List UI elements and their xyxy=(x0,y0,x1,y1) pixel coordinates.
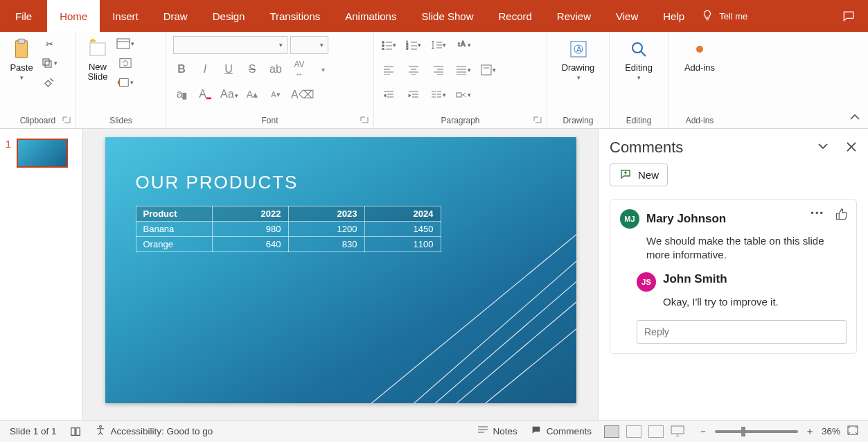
collapse-ribbon-button[interactable] xyxy=(849,112,861,124)
group-label-drawing: Drawing xyxy=(554,113,602,128)
dec-indent-icon xyxy=(383,90,394,100)
zoom-slider[interactable] xyxy=(715,430,798,433)
decorative-lines xyxy=(355,223,576,403)
tab-design[interactable]: Design xyxy=(200,0,258,32)
copy-button[interactable]: ▾ xyxy=(40,55,58,71)
tab-slideshow[interactable]: Slide Show xyxy=(409,0,486,32)
menu-bar: File Home Insert Draw Design Transitions… xyxy=(0,0,868,32)
italic-button[interactable]: I xyxy=(197,63,213,76)
cut-button[interactable]: ✂ xyxy=(40,36,58,51)
tab-animations[interactable]: Animations xyxy=(333,0,409,32)
line-spacing-button[interactable]: ▾ xyxy=(431,38,446,52)
new-slide-button[interactable]: New Slide xyxy=(83,36,112,84)
notes-button[interactable]: Notes xyxy=(477,425,517,437)
shrink-font-button[interactable]: A▾ xyxy=(267,90,284,99)
align-text-button[interactable]: ▾ xyxy=(481,63,496,77)
comments-close-button[interactable] xyxy=(846,141,857,154)
svg-line-65 xyxy=(403,258,576,403)
clear-format-button[interactable]: A⌫ xyxy=(291,88,308,101)
grow-font-button[interactable]: A▴ xyxy=(244,89,260,100)
spellcheck-button[interactable] xyxy=(69,426,82,437)
svg-rect-2 xyxy=(45,61,51,67)
font-dialog-launcher[interactable] xyxy=(360,116,369,125)
layout-button[interactable]: ▾ xyxy=(116,36,134,51)
tab-help[interactable]: Help xyxy=(650,0,697,32)
slide-canvas-area[interactable]: OUR PRODUCTS Product 2022 2023 2024 Bana… xyxy=(83,129,598,420)
clipboard-dialog-launcher[interactable] xyxy=(62,116,71,125)
drawing-button[interactable]: A Drawing ▾ xyxy=(559,36,598,82)
reply-input[interactable]: Reply xyxy=(637,320,847,344)
th-2024: 2024 xyxy=(364,206,441,222)
justify-button[interactable]: ▾ xyxy=(456,63,471,77)
paste-button[interactable]: Paste ▾ xyxy=(7,36,36,82)
new-comment-button[interactable]: New xyxy=(610,163,668,186)
text-direction-button[interactable]: ↕A▾ xyxy=(456,38,471,52)
columns-button[interactable]: ▾ xyxy=(431,88,446,102)
svg-text:↕A: ↕A xyxy=(457,40,466,48)
shadow-button[interactable]: ab xyxy=(267,63,284,76)
new-slide-label: New Slide xyxy=(88,62,108,82)
thumbnail-1[interactable]: 1 xyxy=(6,139,77,168)
slide-title: OUR PRODUCTS xyxy=(136,172,546,193)
th-2022: 2022 xyxy=(212,206,288,222)
th-product: Product xyxy=(136,206,212,222)
comments-collapse-button[interactable] xyxy=(817,141,829,154)
svg-rect-57 xyxy=(457,93,461,97)
tab-home[interactable]: Home xyxy=(47,0,100,32)
tab-view[interactable]: View xyxy=(603,0,650,32)
zoom-in-button[interactable]: ＋ xyxy=(805,425,815,438)
cell-2022: 980 xyxy=(212,222,288,237)
bullets-button[interactable]: ▾ xyxy=(381,38,396,52)
main-area: 1 OUR PRODUCTS Product 2022 2023 2024 Ba… xyxy=(0,129,868,420)
reading-view-button[interactable] xyxy=(648,425,664,438)
fit-window-button[interactable] xyxy=(847,425,858,437)
dec-indent-button[interactable] xyxy=(381,88,396,102)
highlight-button[interactable]: a█ xyxy=(173,88,190,100)
char-spacing-button[interactable]: AV↔ xyxy=(291,60,308,79)
avatar: JS xyxy=(637,272,656,292)
slideshow-view-button[interactable] xyxy=(671,425,686,438)
tab-review[interactable]: Review xyxy=(544,0,603,32)
numbering-icon: 123 xyxy=(406,40,417,50)
new-slide-icon xyxy=(86,37,109,61)
comments-toggle-top[interactable] xyxy=(842,0,856,32)
thread-like-button[interactable] xyxy=(835,208,848,222)
strike-button[interactable]: S xyxy=(244,63,260,76)
smartart-button[interactable]: ▾ xyxy=(456,88,471,102)
zoom-controls: － ＋ 36% xyxy=(698,425,858,438)
accessibility-button[interactable]: Accessibility: Good to go xyxy=(94,424,213,439)
tab-record[interactable]: Record xyxy=(486,0,544,32)
editing-button[interactable]: Editing ▾ xyxy=(622,36,655,82)
section-button[interactable]: ▾ xyxy=(116,75,134,90)
tell-me[interactable]: Tell me xyxy=(701,0,747,32)
bold-button[interactable]: B xyxy=(173,63,190,76)
align-center-button[interactable] xyxy=(406,63,421,77)
font-color-button[interactable]: A▂ xyxy=(197,88,213,100)
font-size-combo[interactable]: ▾ xyxy=(290,36,328,54)
paragraph-dialog-launcher[interactable] xyxy=(533,116,542,125)
tab-transitions[interactable]: Transitions xyxy=(257,0,333,32)
thread-more-button[interactable]: ••• xyxy=(811,208,824,222)
format-painter-button[interactable] xyxy=(40,75,58,90)
zoom-out-button[interactable]: － xyxy=(698,425,708,438)
underline-button[interactable]: U xyxy=(220,63,237,76)
tab-draw[interactable]: Draw xyxy=(151,0,200,32)
comments-button[interactable]: Comments xyxy=(530,425,592,438)
addins-button[interactable]: Add-ins xyxy=(682,36,718,74)
reset-slide-button[interactable] xyxy=(116,55,134,71)
svg-point-73 xyxy=(99,425,101,427)
editing-label: Editing xyxy=(625,62,653,73)
sorter-view-button[interactable] xyxy=(626,425,641,438)
change-case-button[interactable]: Aa▾ xyxy=(220,88,237,100)
tab-insert[interactable]: Insert xyxy=(100,0,151,32)
align-left-button[interactable] xyxy=(381,63,396,77)
font-more-dd[interactable]: ▾ xyxy=(315,66,331,73)
align-right-button[interactable] xyxy=(431,63,446,77)
tab-file[interactable]: File xyxy=(0,0,47,32)
font-family-combo[interactable]: ▾ xyxy=(173,36,287,54)
inc-indent-button[interactable] xyxy=(406,88,421,102)
cell-2022: 640 xyxy=(212,237,288,252)
normal-view-button[interactable] xyxy=(604,425,619,438)
numbering-button[interactable]: 123▾ xyxy=(406,38,421,52)
slide-counter: Slide 1 of 1 xyxy=(10,426,57,436)
